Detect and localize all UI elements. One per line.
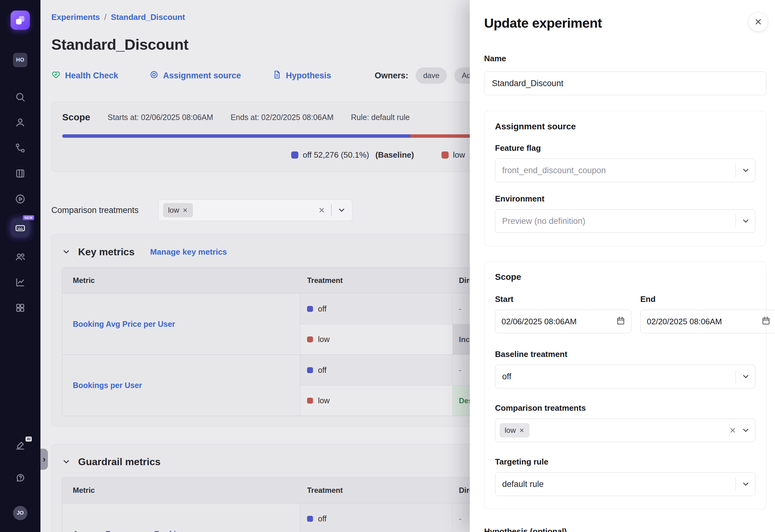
columns-icon[interactable] (15, 168, 26, 179)
select-controls (736, 214, 750, 228)
col-header-metric: Metric (62, 486, 300, 495)
start-date-value: 02/06/2025 08:06AM (502, 317, 577, 326)
comparison-treatments-label: Comparison treatments (51, 206, 158, 215)
metric-cell: Bookings per User (62, 355, 300, 416)
play-circle-icon[interactable] (15, 193, 26, 205)
sidebar-expand-handle[interactable]: › (40, 449, 48, 470)
treatment-swatch-low (307, 398, 313, 404)
split-segment-off (62, 134, 411, 138)
targeting-rule-value: default rule (502, 479, 544, 489)
legend-label-low: low (453, 150, 465, 160)
legend-swatch-off (291, 151, 298, 159)
end-date-col: End 02/20/2025 08:06AM (640, 294, 775, 333)
calendar-icon[interactable] (761, 316, 771, 327)
health-check-link[interactable]: Health Check (51, 70, 118, 81)
key-metrics-title: Key metrics (78, 246, 134, 258)
chevron-down-icon[interactable] (741, 480, 750, 488)
treatment-chip-low[interactable]: low (500, 423, 530, 437)
user-avatar[interactable]: JO (13, 506, 27, 520)
col-header-treatment: Treatment (300, 486, 453, 495)
help-chat-icon[interactable] (14, 472, 26, 484)
metric-cell: Booking Avg Price per User (62, 294, 300, 354)
flow-split-icon[interactable] (15, 142, 26, 154)
logo-glyph (15, 15, 26, 26)
chevron-down-icon[interactable] (741, 426, 750, 435)
treatment-chip-low-label: low (505, 426, 516, 435)
metric-link[interactable]: Average Revenue per Booking (73, 530, 185, 532)
metric-cell: Average Revenue per Booking (62, 503, 300, 532)
breadcrumb-link-experiments[interactable]: Experiments (51, 12, 100, 22)
start-date-input[interactable]: 02/06/2025 08:06AM (495, 310, 631, 333)
chip-remove-icon[interactable] (182, 207, 188, 213)
breadcrumb-link-experiment[interactable]: Standard_Discount (111, 12, 185, 22)
breadcrumb-separator: / (104, 12, 106, 22)
user-icon[interactable] (15, 117, 26, 128)
search-icon[interactable] (15, 91, 26, 103)
date-range-row: Start 02/06/2025 08:06AM End 02/20/2025 … (495, 294, 755, 333)
combo-divider (331, 204, 332, 216)
targeting-rule-select[interactable]: default rule (495, 472, 755, 496)
clear-selection-icon[interactable] (729, 427, 736, 434)
line-chart-icon[interactable] (15, 277, 26, 288)
baseline-treatment-select[interactable]: off (495, 365, 755, 388)
treatment-chip-low[interactable]: low (163, 203, 193, 217)
combo-controls (318, 204, 346, 216)
treatment-name: low (318, 396, 330, 405)
keyboard-icon[interactable]: NEW (11, 219, 29, 237)
environment-value: Preview (no definition) (502, 216, 585, 226)
close-icon (754, 17, 763, 26)
hypothesis-link[interactable]: Hypothesis (272, 70, 331, 81)
scope-banner-title: Scope (62, 112, 90, 123)
guardrail-metrics-title: Guardrail metrics (78, 456, 160, 468)
treatment-swatch-off (307, 516, 313, 522)
clear-selection-icon[interactable] (712, 427, 720, 434)
experiment-name-input[interactable] (484, 72, 766, 95)
clear-selection-icon[interactable] (318, 206, 325, 214)
chip-remove-icon[interactable] (519, 428, 525, 433)
treatment-swatch-off (307, 306, 313, 312)
assignment-source-label: Assignment source (163, 71, 241, 81)
assignment-source-title: Assignment source (495, 122, 755, 132)
people-icon[interactable] (15, 251, 26, 262)
collapse-chevron-icon[interactable] (62, 457, 71, 466)
comparison-treatments-multiselect[interactable]: low (495, 419, 755, 442)
comparison-treatments-select[interactable]: low (158, 199, 352, 221)
treatment-chip-low-label: low (168, 206, 179, 215)
manage-key-metrics-link[interactable]: Manage key metrics (150, 247, 227, 257)
environment-select[interactable]: Preview (no definition) (495, 209, 755, 233)
treatment-swatch-off (307, 367, 313, 373)
ai-writer-icon[interactable]: AI (14, 440, 26, 451)
chevron-down-icon[interactable] (337, 206, 346, 215)
scope-ends-at: Ends at: 02/20/2025 08:06AM (230, 113, 333, 122)
assignment-source-link[interactable]: Assignment source (149, 70, 241, 81)
chevron-down-icon[interactable] (741, 217, 750, 225)
app-logo[interactable] (11, 11, 30, 30)
document-icon (272, 70, 281, 81)
chevron-down-icon[interactable] (741, 372, 750, 381)
metric-link[interactable]: Booking Avg Price per User (73, 320, 175, 329)
target-icon (149, 70, 159, 81)
start-date-col: Start 02/06/2025 08:06AM (495, 294, 631, 333)
treatment-name: off (318, 514, 326, 523)
feature-flag-select[interactable]: front_end_discount_coupon (495, 159, 755, 182)
chevron-down-icon[interactable] (741, 166, 750, 175)
owner-chip-dave[interactable]: dave (416, 67, 447, 84)
end-date-input[interactable]: 02/20/2025 08:06AM (640, 310, 775, 333)
collapse-chevron-icon[interactable] (62, 247, 71, 256)
close-drawer-button[interactable] (748, 12, 768, 32)
scope-starts-at: Starts at: 02/06/2025 08:06AM (108, 113, 213, 122)
assignment-source-card: Assignment source Feature flag front_end… (484, 111, 766, 246)
hypothesis-optional-label: Hypothesis (optional) (484, 527, 766, 532)
feature-flag-value: front_end_discount_coupon (502, 166, 606, 175)
dashboard-grid-icon[interactable] (15, 302, 26, 313)
workspace-badge[interactable]: HO (13, 53, 27, 67)
metric-link[interactable]: Bookings per User (73, 381, 142, 390)
legend-item-low: low (442, 150, 465, 160)
hypothesis-label: Hypothesis (286, 71, 331, 81)
treatment-name: off (318, 366, 326, 375)
calendar-icon[interactable] (616, 316, 625, 327)
end-date-value: 02/20/2025 08:06AM (647, 317, 722, 326)
app-root: HO NEW (0, 0, 775, 532)
select-controls (729, 423, 750, 437)
col-header-treatment: Treatment (300, 276, 453, 285)
